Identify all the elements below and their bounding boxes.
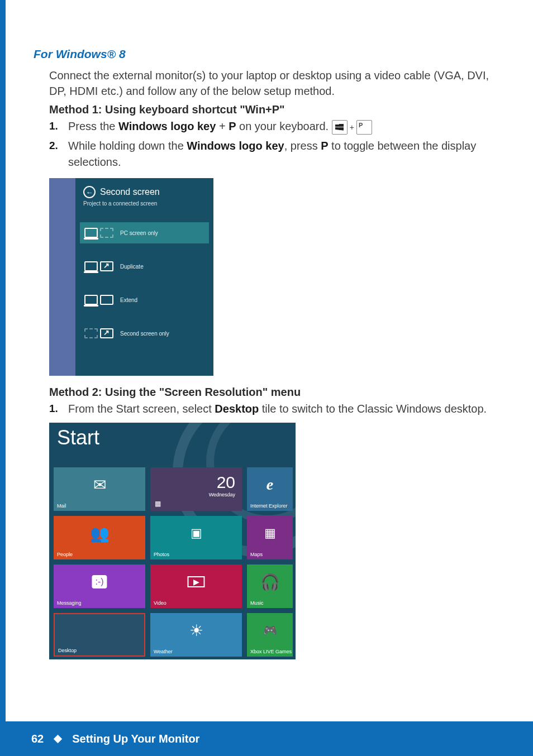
option-label: Second screen only	[120, 331, 169, 337]
tile-music[interactable]: 🎧Music	[247, 564, 293, 608]
second-screen-panel: ← Second screen Project to a connected s…	[49, 178, 213, 376]
music-icon: 🎧	[260, 573, 280, 591]
windows-key-icon	[332, 120, 348, 135]
monitor-icon	[84, 261, 98, 271]
tile-photos[interactable]: ▣Photos	[150, 516, 242, 559]
tile-video[interactable]: ▶Video	[150, 564, 242, 608]
method1-step1: 1. Press the Windows logo key + P on you…	[49, 118, 505, 135]
text: +	[216, 120, 229, 132]
bold: Desktop	[215, 403, 259, 415]
panel-subtitle: Project to a connected screen	[83, 200, 206, 207]
back-button[interactable]: ← Second screen	[83, 186, 160, 198]
tile-xbox[interactable]: 🎮Xbox LIVE Games	[247, 613, 293, 657]
plus-icon: +	[350, 123, 354, 132]
tile-calendar[interactable]: 20Wednesday▦	[150, 467, 242, 511]
bold: Windows logo key	[118, 120, 216, 132]
option-extend[interactable]: Extend	[80, 289, 209, 310]
tile-label: Internet Explorer	[250, 503, 288, 509]
video-icon: ▶	[188, 576, 205, 587]
bold: P	[321, 140, 328, 152]
text: From the Start screen, select	[68, 403, 215, 415]
method1-title: Method 1: Using keyboard shortcut "Win+P…	[49, 103, 505, 116]
photos-icon: ▣	[191, 526, 202, 540]
footer-title: Setting Up Your Monitor	[72, 733, 199, 745]
tile-people[interactable]: 👥People	[54, 516, 145, 559]
people-icon: 👥	[90, 524, 110, 543]
svg-rect-2	[335, 127, 339, 130]
method1-step2: 2. While holding down the Windows logo k…	[49, 138, 505, 170]
text: Press the	[68, 120, 118, 132]
tile-desktop[interactable]: Desktop	[54, 613, 145, 657]
svg-rect-1	[339, 124, 344, 127]
text: , press	[284, 140, 321, 152]
method2-step1: 1. From the Start screen, select Desktop…	[49, 401, 505, 417]
monitor-icon	[100, 228, 113, 238]
option-label: PC screen only	[120, 230, 158, 236]
svg-rect-3	[339, 127, 344, 130]
monitor-icon	[100, 328, 113, 338]
tile-maps[interactable]: ▦Maps	[247, 516, 293, 559]
text: While holding down the	[68, 140, 187, 152]
start-screen: Start ✉Mail 20Wednesday▦ eInternet Explo…	[49, 423, 296, 659]
xbox-icon: 🎮	[263, 624, 277, 637]
ie-icon: e	[266, 476, 273, 494]
option-label: Extend	[120, 297, 137, 303]
calendar-day: Wednesday	[209, 492, 235, 497]
step-number: 1.	[49, 118, 58, 134]
calendar-date: 20	[217, 473, 235, 492]
monitor-icon	[100, 295, 113, 305]
messaging-icon: :-)	[92, 575, 107, 588]
monitor-icon	[84, 228, 98, 238]
tile-weather[interactable]: ☀Weather	[150, 613, 242, 657]
panel-title: Second screen	[100, 187, 160, 197]
option-pc-screen-only[interactable]: PC screen only	[80, 222, 209, 243]
option-second-screen-only[interactable]: Second screen only	[80, 323, 209, 344]
maps-icon: ▦	[264, 526, 276, 540]
tile-internet-explorer[interactable]: eInternet Explorer	[247, 467, 293, 511]
page-footer: 62 Setting Up Your Monitor	[0, 721, 533, 756]
tile-label: People	[57, 552, 73, 557]
tile-label: Mail	[57, 503, 66, 509]
bold: P	[229, 120, 236, 132]
option-duplicate[interactable]: Duplicate	[80, 256, 209, 277]
monitor-icon	[100, 261, 113, 271]
tile-label: Xbox LIVE Games	[250, 649, 292, 654]
option-label: Duplicate	[120, 264, 144, 270]
method2-title: Method 2: Using the "Screen Resolution" …	[49, 386, 505, 399]
text: tile to switch to the Classic Windows de…	[259, 403, 487, 415]
back-arrow-icon: ←	[83, 186, 96, 198]
p-key-icon	[356, 120, 372, 135]
tile-mail[interactable]: ✉Mail	[54, 467, 145, 511]
step-number: 1.	[49, 401, 58, 417]
tile-label: Maps	[250, 552, 263, 557]
intro-text: Connect the external monitor(s) to your …	[49, 68, 505, 99]
svg-rect-0	[335, 125, 339, 127]
tile-label: Photos	[154, 552, 169, 557]
page-content: For Windows® 8 Connect the external moni…	[6, 0, 533, 659]
section-title: For Windows® 8	[34, 47, 505, 61]
calendar-icon: ▦	[155, 500, 161, 508]
tile-label: Video	[154, 600, 166, 606]
mail-icon: ✉	[93, 476, 106, 494]
page-number: 62	[31, 733, 44, 745]
tile-label: Messaging	[57, 600, 82, 606]
step-number: 2.	[49, 138, 58, 154]
bold: Windows logo key	[187, 140, 284, 152]
monitor-icon	[84, 295, 98, 305]
tile-messaging[interactable]: :-)Messaging	[54, 564, 145, 608]
left-strip	[0, 0, 6, 756]
monitor-icon	[84, 328, 98, 338]
text: on your keyboard.	[236, 120, 331, 132]
tile-label: Music	[250, 600, 264, 606]
tile-label: Desktop	[58, 648, 77, 653]
tile-label: Weather	[154, 649, 173, 654]
weather-icon: ☀	[189, 621, 203, 640]
diamond-icon	[54, 734, 63, 743]
